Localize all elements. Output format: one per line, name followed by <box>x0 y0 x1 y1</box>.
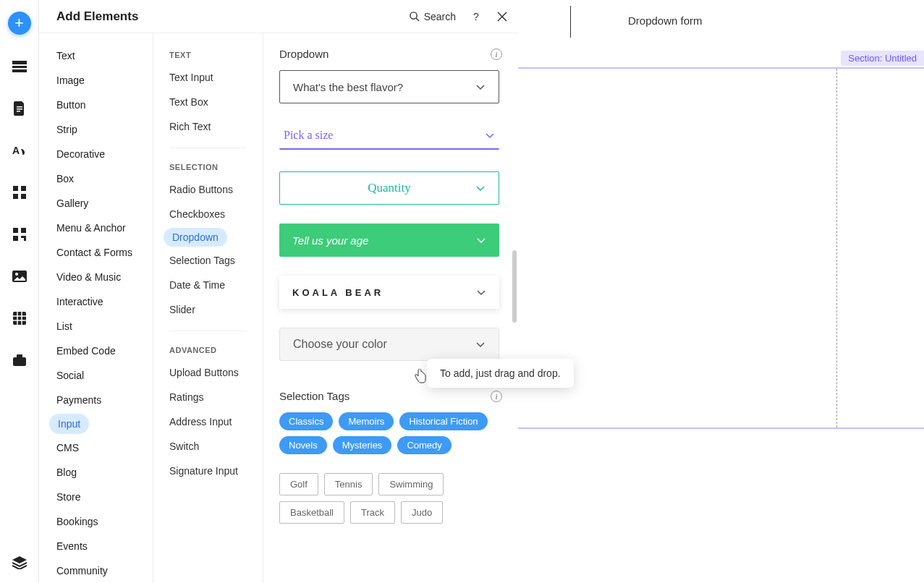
svg-rect-9 <box>13 194 18 199</box>
business-icon[interactable] <box>9 350 30 370</box>
category-item[interactable]: Blog <box>39 461 153 483</box>
selection-tag[interactable]: Historical Fiction <box>399 412 487 430</box>
subcategory-item[interactable]: Switch <box>153 435 263 457</box>
selection-tag[interactable]: Memoirs <box>339 412 394 430</box>
info-icon[interactable]: i <box>491 48 502 60</box>
category-item[interactable]: Events <box>39 535 153 557</box>
subcategory-item[interactable]: Address Input <box>153 411 263 433</box>
category-item[interactable]: Menu & Anchor <box>39 217 153 239</box>
subcategory-list: TEXTText InputText BoxRich TextSELECTION… <box>153 33 263 583</box>
svg-point-23 <box>410 12 417 19</box>
section-label[interactable]: Section: Untitled <box>841 51 924 66</box>
sections-icon[interactable] <box>9 56 30 77</box>
category-item[interactable]: Contact & Forms <box>39 242 153 263</box>
app-market-icon[interactable] <box>9 182 30 203</box>
dropdown-label: Quantity <box>368 181 411 195</box>
selection-tags-preset-blue[interactable]: ClassicsMemoirsHistorical FictionNovelsM… <box>279 412 499 454</box>
category-item[interactable]: Input <box>49 414 89 434</box>
cms-icon[interactable] <box>9 308 30 328</box>
plugins-icon[interactable] <box>9 224 30 244</box>
close-button[interactable] <box>496 11 508 22</box>
category-item[interactable]: Store <box>39 486 153 508</box>
dropdown-preset-5[interactable]: KOALA BEAR <box>279 276 499 309</box>
drag-drop-tooltip: To add, just drag and drop. <box>427 359 574 388</box>
subcategory-item[interactable]: Signature Input <box>153 460 263 482</box>
selection-tag[interactable]: Tennis <box>324 473 373 495</box>
svg-point-15 <box>15 273 18 276</box>
add-elements-button[interactable]: + <box>8 12 31 35</box>
selection-tag[interactable]: Classics <box>279 412 333 430</box>
subcategory-item[interactable]: Date & Time <box>153 274 263 296</box>
scrollbar-thumb[interactable] <box>512 250 517 323</box>
category-item[interactable]: Button <box>39 94 153 116</box>
chevron-down-icon <box>475 82 486 92</box>
category-item[interactable]: Text <box>39 45 153 67</box>
help-button[interactable]: ? <box>470 11 482 22</box>
category-item[interactable]: CMS <box>39 437 153 459</box>
selection-tag[interactable]: Track <box>350 501 395 524</box>
section-title-selection-tags: Selection Tags <box>279 390 349 402</box>
add-elements-panel: Add Elements Search ? TextImageButtonStr… <box>39 0 518 583</box>
selection-tags-preset-outline[interactable]: GolfTennisSwimmingBasketballTrackJudo <box>279 473 499 524</box>
svg-text:A: A <box>12 145 20 156</box>
dropdown-preset-4[interactable]: Tell us your age <box>279 224 499 257</box>
panel-header: Add Elements Search ? <box>39 0 518 33</box>
subcategory-item[interactable]: Text Box <box>153 91 263 113</box>
svg-rect-7 <box>13 186 18 191</box>
section-drop-area[interactable] <box>518 67 924 429</box>
category-item[interactable]: List <box>39 315 153 337</box>
selection-tag[interactable]: Comedy <box>397 436 451 454</box>
dropdown-preset-3[interactable]: Quantity <box>279 171 499 205</box>
category-item[interactable]: Social <box>39 365 153 386</box>
media-icon[interactable] <box>9 266 30 286</box>
category-item[interactable]: Embed Code <box>39 340 153 362</box>
subcategory-item[interactable]: Radio Buttons <box>153 179 263 200</box>
category-item[interactable]: Decorative <box>39 143 153 165</box>
search-label: Search <box>424 11 456 22</box>
info-icon[interactable]: i <box>491 391 502 402</box>
svg-rect-13 <box>13 236 18 241</box>
pages-icon[interactable] <box>9 98 30 119</box>
selection-tag[interactable]: Judo <box>401 501 443 524</box>
dropdown-label: Pick a size <box>284 129 333 142</box>
category-item[interactable]: Box <box>39 168 153 190</box>
subcategory-item[interactable]: Slider <box>153 299 263 320</box>
svg-rect-3 <box>17 106 22 108</box>
svg-rect-22 <box>17 354 22 358</box>
category-item[interactable]: Community <box>39 560 153 582</box>
dropdown-preset-2[interactable]: Pick a size <box>279 122 499 150</box>
category-item[interactable]: Interactive <box>39 291 153 312</box>
dropdown-preset-6[interactable]: Choose your color <box>279 328 499 361</box>
svg-rect-21 <box>13 357 26 366</box>
page-title[interactable]: Dropdown form <box>628 14 703 27</box>
tooltip-text: To add, just drag and drop. <box>440 367 561 379</box>
subcategory-item[interactable]: Upload Buttons <box>153 362 263 383</box>
search-button[interactable]: Search <box>409 11 456 22</box>
subcategory-item[interactable]: Text Input <box>153 67 263 88</box>
selection-tag[interactable]: Golf <box>279 473 318 495</box>
selection-tag[interactable]: Novels <box>279 436 327 454</box>
subcategory-group-title: ADVANCED <box>153 341 263 360</box>
category-item[interactable]: Image <box>39 69 153 91</box>
selection-tag[interactable]: Swimming <box>378 473 444 495</box>
dropdown-preset-1[interactable]: What's the best flavor? <box>279 70 499 103</box>
category-item[interactable]: Payments <box>39 389 153 411</box>
panel-title: Add Elements <box>56 9 409 24</box>
selection-tag[interactable]: Mysteries <box>333 436 392 454</box>
subcategory-item[interactable]: Selection Tags <box>153 250 263 271</box>
category-item[interactable]: Strip <box>39 119 153 140</box>
subcategory-item[interactable]: Rich Text <box>153 116 263 137</box>
chevron-down-icon <box>476 287 486 297</box>
theme-icon[interactable]: A <box>9 140 30 161</box>
category-item[interactable]: Bookings <box>39 511 153 532</box>
category-item[interactable]: Gallery <box>39 192 153 214</box>
subcategory-item[interactable]: Checkboxes <box>153 203 263 225</box>
section-title-dropdown: Dropdown <box>279 48 329 60</box>
svg-rect-10 <box>21 194 26 199</box>
subcategory-item[interactable]: Ratings <box>153 386 263 408</box>
subcategory-item[interactable]: Dropdown <box>164 228 227 247</box>
svg-rect-1 <box>12 66 27 68</box>
layers-icon[interactable] <box>9 553 30 573</box>
selection-tag[interactable]: Basketball <box>279 501 344 524</box>
category-item[interactable]: Video & Music <box>39 266 153 288</box>
